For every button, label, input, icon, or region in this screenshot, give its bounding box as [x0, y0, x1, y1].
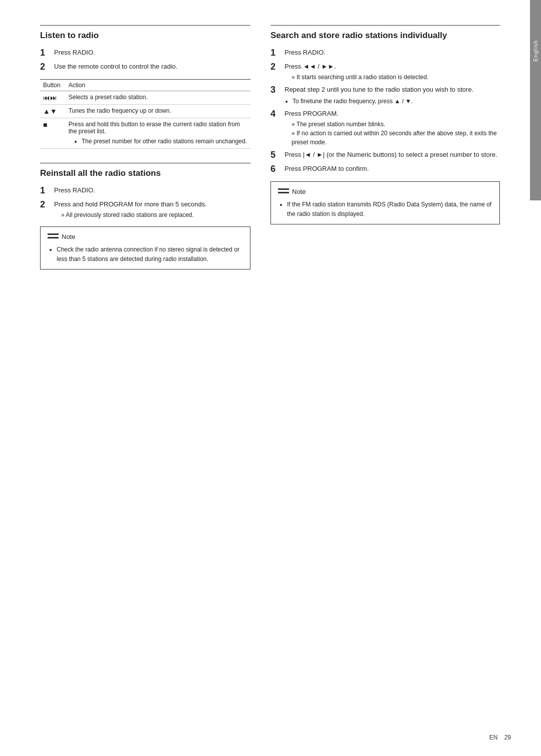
- reinstall-note-bullets: Check the radio antenna connection if no…: [57, 245, 243, 264]
- step-text-2: Use the remote control to control the ra…: [54, 62, 177, 72]
- reinstall-step-2: 2 Press and hold PROGRAM for more than 5…: [40, 199, 250, 220]
- search-store-step-3-innerbullet: To finetune the radio frequency, press ▲…: [293, 97, 473, 106]
- reinstall-step-number-2: 2: [40, 199, 54, 210]
- side-tab-label: English: [532, 40, 538, 62]
- search-store-steps-list: 1 Press RADIO. 2 Press ◄◄ / ►►. It start…: [270, 48, 500, 174]
- table-cell-button-3: ■: [40, 118, 66, 149]
- right-column: Search and store radio stations individu…: [270, 25, 500, 270]
- search-store-note-box: Note If the FM radio station transmits R…: [270, 181, 500, 224]
- table-cell-action-3: Press and hold this button to erase the …: [66, 118, 250, 149]
- search-store-step-text-6: Press PROGRAM to confirm.: [285, 164, 369, 174]
- search-store-step-6: 6 Press PROGRAM to confirm.: [270, 164, 500, 175]
- search-store-step-4-subbullets: The preset station number blinks. If no …: [285, 120, 500, 147]
- reinstall-section: Reinstall all the radio stations 1 Press…: [40, 163, 250, 270]
- search-store-step-number-1: 1: [270, 48, 285, 59]
- listen-step-2: 2 Use the remote control to control the …: [40, 62, 250, 73]
- table-header-row: Button Action: [40, 80, 250, 91]
- search-store-step-number-5: 5: [270, 150, 285, 161]
- search-store-note-label: Note: [292, 187, 306, 197]
- col-action-header: Action: [66, 80, 250, 91]
- left-column: Listen to radio 1 Press RADIO. 2 Use the…: [40, 25, 250, 270]
- step-number-1: 1: [40, 48, 54, 59]
- search-store-step-5: 5 Press |◄ / ►| (or the Numeric buttons)…: [270, 150, 500, 161]
- reinstall-note-box: Note Check the radio antenna connection …: [40, 226, 250, 270]
- listen-to-radio-section: Listen to radio 1 Press RADIO. 2 Use the…: [40, 25, 250, 149]
- table-row-2: ▲▼ Tunes the radio frequency up or down.: [40, 105, 250, 118]
- reinstall-note-bullet-1: Check the radio antenna connection if no…: [57, 245, 243, 264]
- search-store-note-bullet-1: If the FM radio station transmits RDS (R…: [287, 200, 492, 219]
- reinstall-step-1: 1 Press RADIO.: [40, 185, 250, 196]
- reinstall-step-text-1: Press RADIO.: [54, 185, 95, 195]
- button-action-table-wrapper: Button Action ⏮⏭ Selects a preset radio …: [40, 79, 250, 149]
- search-store-step-text-3: Repeat step 2 until you tune to the radi…: [285, 86, 473, 93]
- table-cell-action-2: Tunes the radio frequency up or down.: [66, 105, 250, 118]
- main-content: Listen to radio 1 Press RADIO. 2 Use the…: [0, 0, 530, 756]
- table-action-3-subbullet-item: The preset number for other radio statio…: [82, 137, 247, 146]
- search-store-step-3-bullet-1: To finetune the radio frequency, press ▲…: [293, 97, 473, 106]
- search-store-step-number-6: 6: [270, 164, 285, 175]
- table-row-3: ■ Press and hold this button to erase th…: [40, 118, 250, 149]
- reinstall-note-header: Note: [48, 232, 243, 242]
- note-icon-right: [278, 188, 289, 195]
- search-store-step-text-5: Press |◄ / ►| (or the Numeric buttons) t…: [285, 150, 497, 160]
- table-cell-button-1: ⏮⏭: [40, 91, 66, 105]
- table-row-1: ⏮⏭ Selects a preset radio station.: [40, 91, 250, 105]
- reinstall-steps-list: 1 Press RADIO. 2 Press and hold PROGRAM …: [40, 185, 250, 219]
- search-store-step-3: 3 Repeat step 2 until you tune to the ra…: [270, 85, 500, 106]
- search-store-step-2-subbullet-1: It starts searching until a radio statio…: [292, 73, 429, 82]
- search-store-step-3-content: Repeat step 2 until you tune to the radi…: [285, 85, 473, 106]
- search-store-step-4-subbullet-2: If no action is carried out within 20 se…: [292, 129, 500, 147]
- button-action-table: Button Action ⏮⏭ Selects a preset radio …: [40, 79, 250, 149]
- reinstall-step-text-2: Press and hold PROGRAM for more than 5 s…: [54, 200, 207, 208]
- side-tab: English: [530, 0, 541, 200]
- search-store-step-2-content: Press ◄◄ / ►►. It starts searching until…: [285, 62, 429, 82]
- table-cell-button-2: ▲▼: [40, 105, 66, 118]
- search-store-title: Search and store radio stations individu…: [270, 25, 500, 41]
- step-text-1: Press RADIO.: [54, 48, 95, 58]
- note-icon: [48, 233, 59, 240]
- search-store-step-text-1: Press RADIO.: [285, 48, 326, 58]
- reinstall-step-number-1: 1: [40, 185, 54, 196]
- search-store-section: Search and store radio stations individu…: [270, 25, 500, 224]
- search-store-step-2-subbullets: It starts searching until a radio statio…: [285, 73, 429, 82]
- search-store-note-header: Note: [278, 187, 492, 197]
- reinstall-title: Reinstall all the radio stations: [40, 163, 250, 178]
- listen-steps-list: 1 Press RADIO. 2 Use the remote control …: [40, 48, 250, 72]
- search-store-step-1: 1 Press RADIO.: [270, 48, 500, 59]
- table-body: ⏮⏭ Selects a preset radio station. ▲▼ Tu…: [40, 91, 250, 149]
- search-store-step-text-2: Press ◄◄ / ►►.: [285, 63, 336, 70]
- footer-lang: EN: [489, 734, 498, 741]
- table-cell-action-1: Selects a preset radio station.: [66, 91, 250, 105]
- table-action-3-text: Press and hold this button to erase the …: [69, 121, 240, 135]
- footer-page-number: 29: [504, 734, 511, 741]
- col-button-header: Button: [40, 80, 66, 91]
- search-store-step-2: 2 Press ◄◄ / ►►. It starts searching unt…: [270, 62, 500, 82]
- search-store-step-number-4: 4: [270, 109, 285, 120]
- two-column-layout: Listen to radio 1 Press RADIO. 2 Use the…: [40, 25, 500, 270]
- search-store-note-bullets: If the FM radio station transmits RDS (R…: [287, 200, 492, 219]
- table-action-3-subbullet: The preset number for other radio statio…: [74, 137, 247, 146]
- search-store-step-4-subbullet-1: The preset station number blinks.: [292, 120, 500, 129]
- page-container: English Listen to radio 1 Press RADIO. 2: [0, 0, 541, 756]
- search-store-step-4-content: Press PROGRAM. The preset station number…: [285, 109, 500, 147]
- listen-to-radio-title: Listen to radio: [40, 25, 250, 41]
- footer: EN 29: [489, 734, 511, 741]
- search-store-step-4: 4 Press PROGRAM. The preset station numb…: [270, 109, 500, 147]
- reinstall-step-2-content: Press and hold PROGRAM for more than 5 s…: [54, 199, 207, 220]
- search-store-step-number-3: 3: [270, 85, 285, 96]
- search-store-step-text-4: Press PROGRAM.: [285, 110, 339, 117]
- reinstall-step-2-subbullet-1: All previously stored radio stations are…: [61, 210, 207, 219]
- search-store-step-number-2: 2: [270, 62, 285, 73]
- step-number-2: 2: [40, 62, 54, 73]
- reinstall-step-2-subbullets: All previously stored radio stations are…: [54, 210, 207, 219]
- listen-step-1: 1 Press RADIO.: [40, 48, 250, 59]
- reinstall-note-label: Note: [62, 232, 75, 242]
